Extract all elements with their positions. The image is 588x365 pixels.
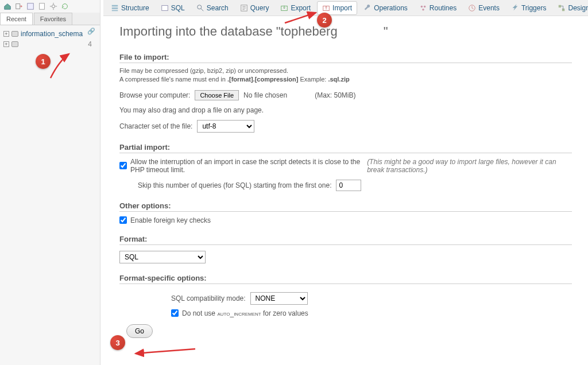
expand-icon[interactable]: +: [3, 41, 9, 47]
svg-rect-7: [161, 5, 168, 10]
skip-label: Skip this number of queries (for SQL) st…: [138, 181, 331, 189]
import-icon: [322, 4, 330, 12]
tab-label: Search: [207, 4, 229, 12]
section-format: Format:: [119, 235, 572, 245]
main: Structure SQL Search Query Export Import…: [103, 0, 588, 365]
db-tree: + information_schema + 4: [0, 25, 100, 53]
tab-query[interactable]: Query: [235, 1, 274, 15]
docs-icon[interactable]: [38, 2, 46, 10]
svg-rect-5: [112, 7, 118, 9]
expand-icon[interactable]: +: [3, 31, 9, 37]
charset-label: Character set of the file:: [119, 122, 192, 130]
designer-icon: [558, 4, 566, 12]
svg-point-13: [424, 5, 426, 7]
tab-routines[interactable]: Routines: [414, 1, 462, 15]
choose-file-button[interactable]: Choose File: [195, 90, 239, 100]
reload-icon[interactable]: [61, 2, 69, 10]
go-button[interactable]: Go: [126, 324, 153, 338]
svg-point-8: [197, 5, 201, 9]
topnav: Structure SQL Search Query Export Import…: [103, 0, 588, 16]
sql-icon: [161, 4, 169, 12]
section-fso: Format-specific options:: [119, 274, 572, 284]
autoincrement-row: Do not use auto_increment for zero value…: [171, 309, 572, 317]
dragdrop-hint: You may also drag and drop a file on any…: [119, 106, 572, 114]
charset-select[interactable]: utf-8: [197, 120, 254, 133]
charset-row: Character set of the file: utf-8: [119, 120, 572, 133]
tab-triggers[interactable]: Triggers: [506, 1, 552, 15]
format-row: SQL: [119, 251, 572, 263]
tab-operations[interactable]: Operations: [358, 1, 413, 15]
annotation-badge-1: 1: [36, 54, 51, 69]
page-title: Importing into the database "topheberg⠀⠀…: [119, 24, 572, 39]
svg-rect-2: [40, 3, 45, 10]
tab-export[interactable]: Export: [275, 1, 316, 15]
tab-label: SQL: [171, 4, 185, 12]
triggers-icon: [511, 4, 519, 12]
autoincrement-checkbox[interactable]: [171, 309, 179, 317]
tab-designer[interactable]: Designer: [552, 1, 588, 15]
tab-label: Export: [291, 4, 311, 12]
fk-checkbox[interactable]: [119, 216, 127, 224]
database-icon: [11, 41, 18, 47]
auto-label: Do not use auto_increment for zero value…: [182, 309, 308, 317]
section-file: File to import:: [119, 53, 572, 63]
tab-label: Triggers: [521, 4, 547, 12]
allow-interruption-checkbox[interactable]: [119, 162, 127, 169]
svg-point-14: [422, 8, 424, 10]
no-file-text: No file chosen: [243, 91, 287, 99]
tab-search[interactable]: Search: [191, 1, 234, 15]
tab-label: Routines: [430, 4, 457, 12]
annotation-badge-2: 2: [317, 13, 332, 28]
clock-icon: [468, 4, 476, 12]
content: Importing into the database "topheberg⠀⠀…: [103, 16, 588, 346]
tab-events[interactable]: Events: [463, 1, 505, 15]
tab-recent[interactable]: Recent: [0, 13, 33, 25]
tab-sql[interactable]: SQL: [156, 1, 190, 15]
database-icon: [11, 31, 18, 37]
annotation-badge-3: 3: [110, 335, 125, 350]
svg-rect-6: [112, 10, 118, 11]
section-other: Other options:: [119, 201, 572, 212]
export-icon: [280, 4, 288, 12]
tab-label: Structure: [121, 4, 149, 12]
tree-item-information-schema[interactable]: + information_schema: [2, 29, 98, 39]
max-size: (Max: 50MiB): [315, 91, 355, 99]
fk-label: Enable foreign key checks: [130, 216, 211, 224]
tab-label: Events: [478, 4, 500, 12]
tab-label: Query: [250, 4, 269, 12]
query-icon: [240, 4, 248, 12]
svg-rect-1: [28, 3, 34, 10]
sidebar-tabs: Recent Favorites: [0, 13, 100, 25]
search-icon: [196, 4, 204, 12]
logout-icon[interactable]: [15, 2, 23, 10]
gear-icon[interactable]: [49, 2, 57, 10]
svg-point-3: [52, 5, 55, 7]
sidebar-toolbar: [0, 0, 100, 13]
wrench-icon: [363, 4, 372, 12]
link-icon[interactable]: 🔗: [87, 28, 95, 35]
tab-label: Operations: [374, 4, 408, 12]
tree-item-db2[interactable]: + 4: [2, 39, 98, 49]
skip-row: Skip this number of queries (for SQL) st…: [138, 180, 572, 191]
compat-label: SQL compatibility mode:: [171, 294, 246, 302]
tree-count: 4: [88, 40, 92, 48]
tab-structure[interactable]: Structure: [106, 1, 154, 15]
tab-favorites[interactable]: Favorites: [34, 13, 72, 25]
tab-label: Designer: [568, 4, 588, 12]
compat-select[interactable]: NONE: [250, 292, 308, 305]
tab-label: Import: [332, 4, 352, 12]
skip-input[interactable]: [336, 180, 361, 191]
svg-rect-0: [16, 4, 20, 9]
fk-row: Enable foreign key checks: [119, 216, 572, 224]
allow-note: (This might be a good way to import larg…: [367, 158, 572, 174]
allow-interruption-row: Allow the interruption of an import in c…: [119, 158, 572, 174]
home-icon[interactable]: [3, 2, 11, 10]
browse-label: Browse your computer:: [119, 91, 190, 99]
sql-icon[interactable]: [26, 2, 34, 10]
svg-rect-4: [112, 5, 118, 6]
svg-rect-16: [559, 5, 561, 7]
compat-row: SQL compatibility mode: NONE: [171, 292, 572, 305]
file-hint: File may be compressed (gzip, bzip2, zip…: [119, 67, 572, 84]
allow-label: Allow the interruption of an import in c…: [130, 158, 363, 174]
format-select[interactable]: SQL: [119, 251, 206, 263]
